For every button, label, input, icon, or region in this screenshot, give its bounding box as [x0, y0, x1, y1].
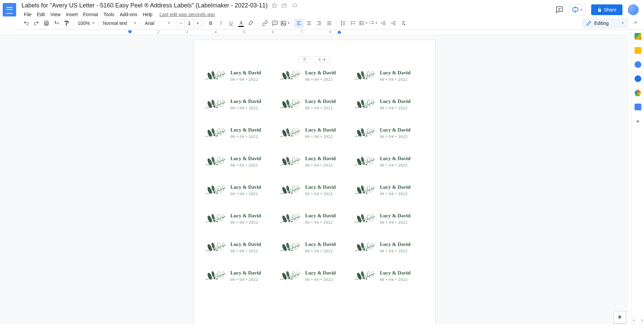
- label-cell[interactable]: Lucy & David 06 • 04 • 2022: [202, 90, 277, 119]
- zoom-select[interactable]: 100% ▼: [76, 19, 97, 28]
- print-button[interactable]: [42, 19, 51, 28]
- doc-title[interactable]: Labels for "Avery US Letter - 5160 Easy …: [22, 2, 268, 9]
- labelmaker-addon-icon[interactable]: [635, 104, 641, 110]
- menu-format[interactable]: Format: [81, 10, 100, 19]
- chevron-left-icon[interactable]: ‹: [633, 317, 635, 323]
- chevron-right-icon[interactable]: ›: [641, 317, 643, 323]
- label-cell[interactable]: Lucy & David 06 • 04 • 2022: [277, 147, 352, 176]
- indent-decrease-button[interactable]: [379, 19, 388, 28]
- canvas-area[interactable]: ⠿ + Lucy & David 06 • 04 • 2022 Lucy & D…: [0, 35, 629, 325]
- spellcheck-button[interactable]: [52, 19, 61, 28]
- label-cell[interactable]: Lucy & David 06 • 04 • 2022: [352, 262, 427, 290]
- label-cell[interactable]: Lucy & David 06 • 04 • 2022: [352, 205, 427, 233]
- align-center-button[interactable]: [304, 19, 314, 28]
- format-paint-button[interactable]: [62, 19, 71, 28]
- font-size-input[interactable]: [184, 20, 194, 27]
- font-size-decrease[interactable]: −: [177, 20, 184, 27]
- avatar[interactable]: [628, 4, 639, 15]
- label-cell[interactable]: Lucy & David 06 • 04 • 2022: [352, 90, 427, 119]
- bold-button[interactable]: B: [206, 19, 215, 28]
- line-spacing-button[interactable]: [338, 19, 348, 28]
- label-names: Lucy & David: [305, 184, 336, 190]
- menu-addons[interactable]: Add-ons: [117, 10, 140, 19]
- align-left-button[interactable]: [294, 19, 304, 28]
- svg-marker-44: [128, 30, 132, 34]
- highlight-button[interactable]: [246, 19, 256, 28]
- horizontal-ruler[interactable]: 12345678: [0, 30, 631, 35]
- explore-button[interactable]: [614, 311, 626, 323]
- bullet-list-button[interactable]: ▼: [359, 19, 368, 28]
- table-drag-handle[interactable]: ⠿: [298, 56, 311, 63]
- label-cell[interactable]: Lucy & David 06 • 04 • 2022: [202, 233, 277, 262]
- collapse-toolbar-button[interactable]: [633, 20, 639, 27]
- star-icon[interactable]: [272, 3, 277, 8]
- label-cell[interactable]: Lucy & David 06 • 04 • 2022: [352, 233, 427, 262]
- tasks-addon-icon[interactable]: [635, 61, 641, 68]
- indent-marker-right[interactable]: [338, 30, 341, 35]
- align-right-button[interactable]: [314, 19, 324, 28]
- label-cell[interactable]: Lucy & David 06 • 04 • 2022: [352, 62, 427, 90]
- align-justify-button[interactable]: [325, 19, 334, 28]
- label-cell[interactable]: Lucy & David 06 • 04 • 2022: [277, 90, 352, 119]
- undo-button[interactable]: [22, 19, 31, 28]
- font-select[interactable]: Arial ▼: [143, 19, 172, 28]
- label-cell[interactable]: Lucy & David 06 • 04 • 2022: [277, 262, 352, 290]
- page[interactable]: ⠿ + Lucy & David 06 • 04 • 2022 Lucy & D…: [193, 40, 436, 325]
- redo-button[interactable]: [32, 19, 41, 28]
- menu-insert[interactable]: Insert: [64, 10, 80, 19]
- last-edit-link[interactable]: Last edit was seconds ago: [160, 12, 215, 17]
- font-size-increase[interactable]: +: [194, 20, 201, 27]
- label-cell[interactable]: Lucy & David 06 • 04 • 2022: [277, 233, 352, 262]
- checklist-button[interactable]: [348, 19, 358, 28]
- indent-increase-button[interactable]: [389, 19, 398, 28]
- present-button[interactable]: ▼: [569, 4, 586, 15]
- label-cell[interactable]: Lucy & David 06 • 04 • 2022: [202, 119, 277, 147]
- menu-file[interactable]: File: [22, 10, 34, 19]
- contacts-addon-icon[interactable]: [635, 75, 641, 82]
- docs-app-icon[interactable]: [3, 3, 16, 16]
- number-list-button[interactable]: 12▼: [369, 19, 378, 28]
- link-button[interactable]: [260, 19, 270, 28]
- olive-branch-icon: [353, 212, 377, 226]
- label-text: Lucy & David 06 • 04 • 2022: [231, 156, 261, 168]
- menu-tools[interactable]: Tools: [101, 10, 117, 19]
- calendar-addon-icon[interactable]: [635, 33, 641, 40]
- indent-marker-left[interactable]: [128, 30, 132, 35]
- olive-branch-icon: [204, 241, 227, 255]
- label-cell[interactable]: Lucy & David 06 • 04 • 2022: [277, 205, 352, 233]
- label-cell[interactable]: Lucy & David 06 • 04 • 2022: [202, 147, 277, 176]
- comment-button[interactable]: [270, 19, 280, 28]
- label-date: 06 • 04 • 2022: [305, 249, 336, 254]
- get-addons-button[interactable]: +: [636, 118, 640, 125]
- text-color-button[interactable]: A: [236, 19, 246, 28]
- menu-view[interactable]: View: [48, 10, 63, 19]
- label-cell[interactable]: Lucy & David 06 • 04 • 2022: [202, 205, 277, 233]
- menu-edit[interactable]: Edit: [35, 10, 47, 19]
- label-cell[interactable]: Lucy & David 06 • 04 • 2022: [277, 176, 352, 205]
- move-icon[interactable]: [282, 3, 287, 8]
- label-cell[interactable]: Lucy & David 06 • 04 • 2022: [202, 262, 277, 290]
- ruler-number: 2: [158, 30, 160, 34]
- image-button[interactable]: ▼: [280, 19, 290, 28]
- keep-addon-icon[interactable]: [635, 47, 641, 54]
- table-insert-button[interactable]: +: [313, 56, 331, 63]
- label-cell[interactable]: Lucy & David 06 • 04 • 2022: [352, 147, 427, 176]
- paragraph-style-select[interactable]: Normal text ▼: [101, 19, 139, 28]
- label-cell[interactable]: Lucy & David 06 • 04 • 2022: [277, 62, 352, 90]
- label-cell[interactable]: Lucy & David 06 • 04 • 2022: [352, 119, 427, 147]
- italic-button[interactable]: I: [216, 19, 226, 28]
- editing-mode-select[interactable]: Editing ▼: [582, 19, 628, 28]
- label-cell[interactable]: Lucy & David 06 • 04 • 2022: [202, 62, 277, 90]
- cloud-icon[interactable]: [292, 3, 298, 8]
- underline-button[interactable]: U: [226, 19, 236, 28]
- share-button[interactable]: Share: [591, 4, 622, 15]
- maps-addon-icon[interactable]: [635, 89, 641, 96]
- label-cell[interactable]: Lucy & David 06 • 04 • 2022: [352, 176, 427, 205]
- label-text: Lucy & David 06 • 04 • 2022: [305, 99, 336, 111]
- label-cell[interactable]: Lucy & David 06 • 04 • 2022: [202, 176, 277, 205]
- clear-format-button[interactable]: [399, 19, 408, 28]
- comments-icon[interactable]: [555, 6, 564, 14]
- label-names: Lucy & David: [380, 270, 411, 276]
- menu-help[interactable]: Help: [140, 10, 155, 19]
- label-cell[interactable]: Lucy & David 06 • 04 • 2022: [277, 119, 352, 147]
